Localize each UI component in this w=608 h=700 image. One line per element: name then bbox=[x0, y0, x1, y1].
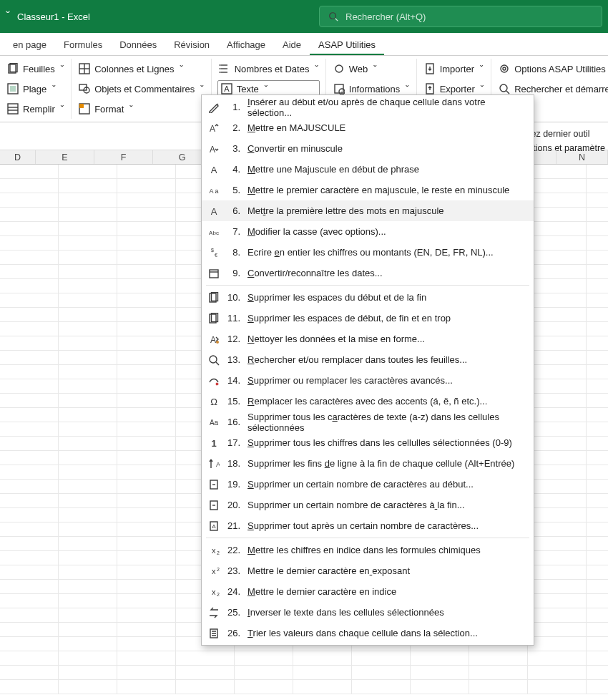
cell[interactable] bbox=[587, 365, 608, 379]
cell[interactable] bbox=[587, 208, 608, 222]
menu-item-25[interactable]: 25.Inverser le texte dans les cellules s… bbox=[202, 602, 534, 623]
objects-comments-button[interactable]: Objets et Commentaires ˇ bbox=[77, 80, 205, 97]
cell[interactable] bbox=[528, 608, 587, 623]
menu-item-2[interactable]: A2.Mettre en MAJUSCULE bbox=[202, 117, 534, 138]
tab-help[interactable]: Aide bbox=[274, 34, 310, 55]
cell[interactable] bbox=[0, 351, 59, 365]
cell[interactable] bbox=[528, 251, 587, 265]
cell[interactable] bbox=[587, 565, 608, 580]
menu-item-8[interactable]: $€8.Ecrire en entier les chiffres ou mon… bbox=[202, 242, 534, 263]
cell[interactable] bbox=[0, 508, 59, 522]
cell[interactable] bbox=[117, 680, 176, 694]
cell[interactable] bbox=[587, 580, 608, 594]
cell[interactable] bbox=[0, 165, 59, 179]
cell[interactable] bbox=[528, 336, 587, 351]
cell[interactable] bbox=[587, 394, 608, 408]
cell[interactable] bbox=[0, 222, 59, 236]
cell[interactable] bbox=[176, 666, 235, 680]
cell[interactable] bbox=[587, 222, 608, 236]
menu-item-13[interactable]: 13.Rechercher et/ou remplacer dans toute… bbox=[202, 349, 534, 370]
cell[interactable] bbox=[117, 408, 176, 422]
menu-item-3[interactable]: A3.Convertir en minuscule bbox=[202, 138, 534, 159]
cell[interactable] bbox=[117, 279, 176, 293]
cell[interactable] bbox=[59, 422, 117, 437]
menu-item-14[interactable]: 14.Supprimer ou remplacer les caractères… bbox=[202, 370, 534, 391]
tab-data[interactable]: Données bbox=[111, 34, 165, 55]
cell[interactable] bbox=[0, 251, 59, 265]
cell[interactable] bbox=[0, 580, 59, 594]
cell[interactable] bbox=[411, 666, 469, 680]
cell[interactable] bbox=[117, 666, 176, 680]
cell[interactable] bbox=[0, 451, 59, 465]
cell[interactable] bbox=[0, 279, 59, 293]
cell[interactable] bbox=[0, 537, 59, 551]
cell[interactable] bbox=[293, 651, 352, 666]
cell[interactable] bbox=[59, 608, 117, 623]
cell[interactable] bbox=[0, 394, 59, 408]
cell[interactable] bbox=[528, 279, 587, 293]
menu-item-23[interactable]: x223.Mettre le dernier caractère en expo… bbox=[202, 560, 534, 581]
cell[interactable] bbox=[59, 680, 117, 694]
cell[interactable] bbox=[0, 322, 59, 336]
cell[interactable] bbox=[0, 179, 59, 193]
tab-view[interactable]: Affichage bbox=[218, 34, 274, 55]
cell[interactable] bbox=[528, 465, 587, 480]
format-button[interactable]: Format ˇ bbox=[77, 100, 205, 117]
cell[interactable] bbox=[469, 651, 528, 666]
cell[interactable] bbox=[59, 365, 117, 379]
cell[interactable] bbox=[117, 551, 176, 565]
cell[interactable] bbox=[0, 336, 59, 351]
tab-revision[interactable]: Révision bbox=[165, 34, 218, 55]
asap-options-button[interactable]: Options ASAP Utilities ˇ bbox=[497, 60, 608, 77]
cell[interactable] bbox=[117, 637, 176, 651]
cell[interactable] bbox=[0, 365, 59, 379]
cell[interactable] bbox=[59, 522, 117, 537]
cell[interactable] bbox=[59, 580, 117, 594]
tab-asap-utilities[interactable]: ASAP Utilities bbox=[310, 34, 384, 55]
cell[interactable] bbox=[587, 623, 608, 637]
cols-rows-button[interactable]: Colonnes et Lignes ˇ bbox=[77, 60, 205, 77]
cell[interactable] bbox=[0, 522, 59, 537]
cell[interactable] bbox=[528, 637, 587, 651]
cell[interactable] bbox=[528, 394, 587, 408]
cell[interactable] bbox=[59, 336, 117, 351]
cell[interactable] bbox=[117, 293, 176, 308]
last-tool-label[interactable]: rez dernier outil bbox=[528, 127, 605, 141]
cell[interactable] bbox=[59, 293, 117, 308]
cell[interactable] bbox=[59, 351, 117, 365]
cell[interactable] bbox=[117, 379, 176, 394]
cell[interactable] bbox=[59, 322, 117, 336]
cell[interactable] bbox=[117, 222, 176, 236]
cell[interactable] bbox=[528, 293, 587, 308]
menu-item-11[interactable]: 11.Supprimer les espaces de début, de fi… bbox=[202, 308, 534, 329]
cell[interactable] bbox=[587, 265, 608, 279]
tab-formulas[interactable]: Formules bbox=[55, 34, 111, 55]
cell[interactable] bbox=[587, 322, 608, 336]
cell[interactable] bbox=[587, 637, 608, 651]
cell[interactable] bbox=[59, 494, 117, 508]
cell[interactable] bbox=[528, 236, 587, 251]
sheets-button[interactable]: Feuilles ˇ bbox=[6, 60, 65, 77]
cell[interactable] bbox=[117, 179, 176, 193]
cell[interactable] bbox=[0, 651, 59, 666]
menu-item-21[interactable]: A21.Supprimer tout après un certain nomb… bbox=[202, 515, 534, 536]
cell[interactable] bbox=[117, 437, 176, 451]
tab-page-layout[interactable]: en page bbox=[4, 34, 55, 55]
cell[interactable] bbox=[117, 508, 176, 522]
menu-item-6[interactable]: A6.Mettre la première lettre des mots en… bbox=[202, 200, 534, 221]
cell[interactable] bbox=[587, 293, 608, 308]
cell[interactable] bbox=[117, 480, 176, 494]
cell[interactable] bbox=[59, 394, 117, 408]
cell[interactable] bbox=[528, 594, 587, 608]
cell[interactable] bbox=[528, 379, 587, 394]
cell[interactable] bbox=[528, 408, 587, 422]
cell[interactable] bbox=[0, 680, 59, 694]
menu-item-22[interactable]: x222.Mettre les chiffres en indice dans … bbox=[202, 540, 534, 560]
col-D[interactable]: D bbox=[0, 150, 36, 164]
menu-item-9[interactable]: 9.Convertir/reconnaître les dates... bbox=[202, 263, 534, 283]
cell[interactable] bbox=[117, 336, 176, 351]
cell[interactable] bbox=[528, 165, 587, 179]
cell[interactable] bbox=[59, 637, 117, 651]
cell[interactable] bbox=[59, 408, 117, 422]
menu-item-7[interactable]: Abc7.Modifier la casse (avec options)... bbox=[202, 221, 534, 242]
